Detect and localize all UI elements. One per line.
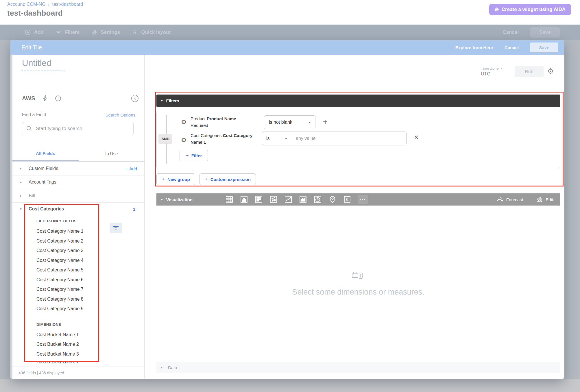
filter-lines-icon xyxy=(113,225,119,230)
caret-right-icon: ▸ xyxy=(20,194,23,198)
new-group-button[interactable]: + New group xyxy=(156,173,195,185)
column-chart-viz-icon[interactable] xyxy=(240,195,248,204)
area-chart-viz-icon[interactable] xyxy=(299,195,307,204)
field-item[interactable]: Cost Category Name 3 xyxy=(36,246,123,256)
filter-view-name: Product xyxy=(191,116,206,121)
tab-all-fields[interactable]: All Fields xyxy=(12,146,79,161)
plus-icon: + xyxy=(125,166,128,171)
sidebar-section-cost-categories[interactable]: ▾ Cost Categories 1 xyxy=(12,203,145,215)
sidebar-scrollbar[interactable] xyxy=(10,55,12,379)
field-item[interactable]: Cost Category Name 5 xyxy=(36,265,123,275)
add-filter-value-icon[interactable]: + xyxy=(323,117,328,126)
sliders-icon xyxy=(536,196,543,203)
line-chart-viz-icon[interactable] xyxy=(284,195,293,204)
breadcrumb-current-link[interactable]: test-dashboard xyxy=(52,2,83,7)
aida-button-label: Create a widget using AIDA xyxy=(502,7,566,12)
bar-chart-viz-icon[interactable] xyxy=(254,195,263,204)
field-item[interactable]: Cost Category Name 6 xyxy=(36,275,123,285)
drag-dots-icon xyxy=(132,29,138,36)
app-root: Account: CCM-NG › test-dashboard test-da… xyxy=(0,0,580,392)
map-viz-icon[interactable] xyxy=(328,195,337,204)
filter-view-name: Cost Categories xyxy=(191,133,222,138)
breadcrumb: Account: CCM-NG › test-dashboard xyxy=(7,2,83,7)
field-item[interactable]: Cost Bucket Name 1 xyxy=(36,330,123,340)
caret-down-icon: ▾ xyxy=(161,99,163,103)
filters-header-label: Filters xyxy=(166,98,179,103)
filter-lines-icon xyxy=(55,29,62,36)
visualization-section-header[interactable]: ▾ Visualization xyxy=(161,197,193,202)
field-item[interactable]: Cost Category Name 2 xyxy=(36,236,123,246)
search-options-link[interactable]: Search Options xyxy=(106,112,135,117)
gear-icon[interactable]: ⚙ xyxy=(181,119,187,126)
time-zone-selector[interactable]: Time Zone ▾ UTC xyxy=(481,66,502,77)
filters-section-header[interactable]: ▾ Filters xyxy=(156,95,560,107)
scatter-viz-icon[interactable] xyxy=(269,195,278,204)
tab-in-use[interactable]: In Use xyxy=(79,146,145,161)
field-item[interactable]: Cost Bucket Name 3 xyxy=(36,349,123,359)
toolbar-add-button[interactable]: Add xyxy=(25,29,44,36)
field-search-input[interactable] xyxy=(36,126,129,132)
filter-field-name: Product Name xyxy=(207,116,236,121)
toolbar-filters-label: Filters xyxy=(65,29,80,35)
section-label: Account Tags xyxy=(29,180,56,185)
svg-text:6: 6 xyxy=(346,197,348,202)
info-icon[interactable] xyxy=(55,95,61,101)
field-item[interactable]: Cost Category Name 9 xyxy=(36,304,123,314)
filter-only-fields: Cost Category Name 1Cost Category Name 2… xyxy=(36,226,123,314)
sidebar-tabs: All Fields In Use xyxy=(12,146,145,162)
modal-cancel-button[interactable]: Cancel xyxy=(505,45,519,50)
run-button[interactable]: Run xyxy=(515,66,544,77)
filter-operator-dropdown[interactable]: is ▾ xyxy=(262,132,291,145)
collapse-panel-icon[interactable] xyxy=(131,95,139,102)
create-widget-aida-button[interactable]: ❋ Create a widget using AIDA xyxy=(489,4,571,15)
toolbar-cancel-button[interactable]: Cancel xyxy=(503,29,519,35)
visualization-empty-state: Select some dimensions or measures. xyxy=(156,206,560,362)
sidebar-section-custom-fields[interactable]: ▸ Custom Fields + Add xyxy=(12,162,145,175)
toolbar-settings-button[interactable]: Settings xyxy=(91,29,120,36)
field-item[interactable]: Cost Bucket Name 4 xyxy=(36,359,123,363)
field-picker-sidebar: AWS Find a Field Search Options All Fiel… xyxy=(12,55,145,379)
breadcrumb-account-link[interactable]: Account: CCM-NG xyxy=(7,2,45,7)
data-section-header[interactable]: ▸ Data xyxy=(156,362,560,373)
and-conjunction-badge[interactable]: AND xyxy=(158,134,172,144)
toolbar-quick-layout-button[interactable]: Quick layout xyxy=(132,29,171,36)
field-item[interactable]: Cost Bucket Name 2 xyxy=(36,339,123,349)
caret-down-icon: ▾ xyxy=(20,207,23,211)
field-item[interactable]: Cost Category Name 7 xyxy=(36,284,123,294)
explore-from-here-button[interactable]: Explore from Here xyxy=(455,45,493,50)
cost-categories-field-list: FILTER-ONLY FIELDS Cost Category Name 1C… xyxy=(36,217,123,363)
edit-viz-label: Edit xyxy=(546,197,553,202)
add-custom-field-link[interactable]: + Add xyxy=(125,166,137,171)
gear-icon[interactable]: ⚙ xyxy=(547,67,554,76)
flashlight-icon xyxy=(351,271,365,280)
sidebar-section-bill[interactable]: ▸ Bill xyxy=(12,189,145,203)
gear-icon[interactable]: ⚙ xyxy=(181,136,187,144)
filter-operator-dropdown[interactable]: is not blank ▾ xyxy=(264,115,315,129)
more-viz-types-icon[interactable]: ⋯ xyxy=(358,195,368,204)
custom-expression-label: Custom expression xyxy=(210,177,251,182)
field-item[interactable]: Cost Category Name 4 xyxy=(36,256,123,265)
sidebar-section-account-tags[interactable]: ▸ Account Tags xyxy=(12,175,145,189)
single-value-viz-icon[interactable]: 6 xyxy=(343,195,352,204)
dashboard-toolbar: Add Filters Settings Quick layout Cancel… xyxy=(0,25,580,40)
caret-right-icon: ▸ xyxy=(20,167,23,171)
field-filter-chip-button[interactable] xyxy=(110,223,122,233)
dimensions-header: DIMENSIONS xyxy=(36,322,123,328)
filter-condition-control: is ▾ xyxy=(262,132,407,145)
forecast-button[interactable]: Forecast xyxy=(496,196,523,203)
custom-expression-button[interactable]: + Custom expression xyxy=(200,173,256,185)
pie-chart-viz-icon[interactable] xyxy=(313,195,322,204)
modal-save-button[interactable]: Save xyxy=(530,42,558,52)
field-item[interactable]: Cost Category Name 8 xyxy=(36,294,123,304)
toolbar-save-button[interactable]: Save xyxy=(530,27,560,38)
add-filter-label: Filter xyxy=(191,153,202,158)
toolbar-filters-button[interactable]: Filters xyxy=(55,29,80,36)
modal-header: Edit Tile Explore from Here Cancel Save xyxy=(10,40,564,55)
edit-visualization-button[interactable]: Edit xyxy=(536,196,553,203)
remove-filter-icon[interactable]: × xyxy=(414,134,419,141)
table-viz-icon[interactable] xyxy=(225,195,234,204)
add-filter-button[interactable]: + Filter xyxy=(180,150,208,161)
model-name: AWS xyxy=(22,95,35,102)
modal-title: Edit Tile xyxy=(21,44,42,51)
filter-value-input[interactable] xyxy=(291,132,406,145)
